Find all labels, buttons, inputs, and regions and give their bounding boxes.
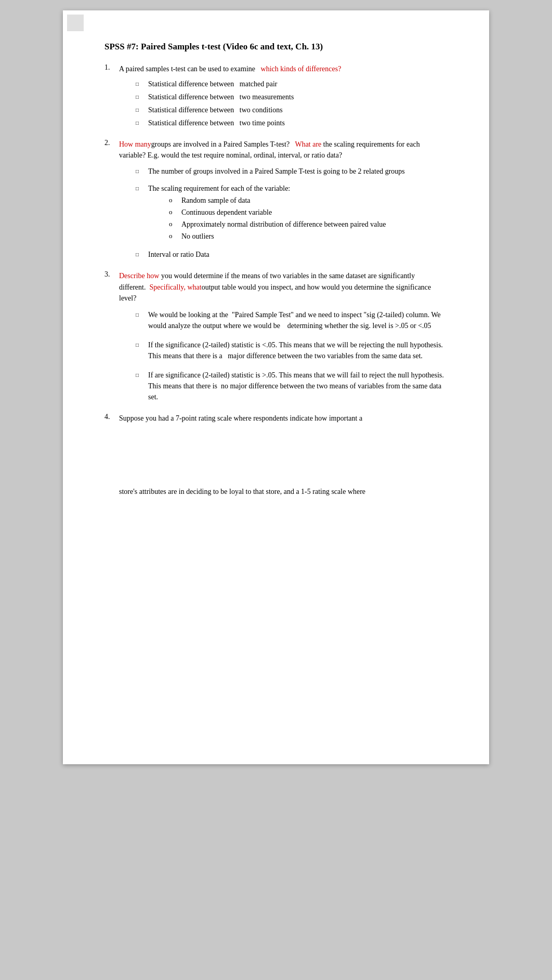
- question-1-header: 1. A paired samples t-test can be used t…: [104, 63, 448, 74]
- q4-continuation: store's attributes are in deciding to be…: [119, 486, 448, 497]
- sub-bullet-icon: o: [169, 231, 179, 241]
- bullet-icon: □: [136, 371, 145, 379]
- q4-text: Suppose you had a 7-point rating scale w…: [119, 413, 448, 424]
- q3-answer-2: □ If the significance (2-tailed) statist…: [136, 339, 448, 361]
- q3-answer-1-text: We would be looking at the "Paired Sampl…: [148, 309, 448, 331]
- q2-highlight-2: What are: [295, 140, 321, 148]
- q2-text: How manygroups are involved in a Paired …: [119, 139, 448, 161]
- q1-text: A paired samples t-test can be used to e…: [119, 63, 448, 74]
- q4-number: 4.: [104, 413, 119, 421]
- q1-bullet-3: □ Statistical difference between two con…: [136, 104, 448, 115]
- q2-answer-2-content: The scaling requirement for each of the …: [148, 183, 448, 243]
- q2-sub-2: o Continuous dependent variable: [169, 207, 448, 218]
- q3-highlight-2: Specifically, what: [149, 283, 201, 291]
- q2-sub-bullets: o Random sample of data o Continuous dep…: [169, 195, 448, 242]
- q4-header: 4. Suppose you had a 7-point rating scal…: [104, 413, 448, 424]
- bullet-icon: □: [136, 80, 145, 88]
- bullet-icon: □: [136, 185, 145, 192]
- question-3-header: 3. Describe how you would determine if t…: [104, 270, 448, 304]
- q1-bullet-2: □ Statistical difference between two mea…: [136, 92, 448, 102]
- sub-bullet-icon: o: [169, 195, 179, 205]
- bullet-icon: □: [136, 311, 145, 319]
- q3-answer-2-text: If the significance (2-tailed) statistic…: [148, 339, 448, 361]
- q2-highlight-1: How many: [119, 140, 151, 148]
- q3-answer-1: □ We would be looking at the "Paired Sam…: [136, 309, 448, 331]
- q3-number: 3.: [104, 270, 119, 279]
- sub-bullet-icon: o: [169, 207, 179, 217]
- q2-answer-2-label: The scaling requirement for each of the …: [148, 183, 448, 194]
- bullet-icon: □: [136, 341, 145, 349]
- q2-answer-1-text: The number of groups involved in a Paire…: [148, 166, 448, 177]
- svg-rect-0: [67, 15, 84, 31]
- q2-answer-1: □ The number of groups involved in a Pai…: [136, 166, 448, 177]
- q3-highlight-1: Describe how: [119, 272, 159, 280]
- q1-bullet-1-text: Statistical difference between matched p…: [148, 79, 278, 89]
- q2-number: 2.: [104, 139, 119, 147]
- q2-sub-1: o Random sample of data: [169, 195, 448, 206]
- q1-bullet-4-text: Statistical difference between two time …: [148, 117, 285, 128]
- q2-sub-4: o No outliers: [169, 231, 448, 242]
- q2-sub-2-text: Continuous dependent variable: [181, 207, 272, 218]
- q1-bullet-3-text: Statistical difference between two condi…: [148, 104, 283, 115]
- bullet-icon: □: [136, 167, 145, 175]
- q3-answer-3: □ If are significance (2-tailed) statist…: [136, 370, 448, 402]
- q2-sub-4-text: No outliers: [181, 231, 214, 242]
- q1-bullet-4: □ Statistical difference between two tim…: [136, 117, 448, 128]
- q1-bullets: □ Statistical difference between matched…: [136, 79, 448, 128]
- bullet-icon: □: [136, 106, 145, 114]
- q3-text: Describe how you would determine if the …: [119, 270, 448, 304]
- logo: [67, 15, 84, 31]
- page-title: SPSS #7: Paired Samples t-test (Video 6c…: [104, 42, 448, 52]
- q3-answer-3-text: If are significance (2-tailed) statistic…: [148, 370, 448, 402]
- question-2-header: 2. How manygroups are involved in a Pair…: [104, 139, 448, 161]
- question-1: 1. A paired samples t-test can be used t…: [104, 63, 448, 128]
- q2-answers: □ The number of groups involved in a Pai…: [136, 166, 448, 260]
- q1-bullet-2-text: Statistical difference between two measu…: [148, 92, 294, 102]
- q1-bullet-1: □ Statistical difference between matched…: [136, 79, 448, 89]
- q2-sub-1-text: Random sample of data: [181, 195, 251, 206]
- bullet-icon: □: [136, 93, 145, 101]
- sub-bullet-icon: o: [169, 219, 179, 229]
- q1-number: 1.: [104, 63, 119, 72]
- question-3: 3. Describe how you would determine if t…: [104, 270, 448, 402]
- q3-answers: □ We would be looking at the "Paired Sam…: [136, 309, 448, 402]
- q2-sub-3: o Approximately normal distribution of d…: [169, 219, 448, 230]
- q2-answer-2: □ The scaling requirement for each of th…: [136, 183, 448, 243]
- page-container: SPSS #7: Paired Samples t-test (Video 6c…: [63, 10, 489, 764]
- q2-answer-3: □ Interval or ratio Data: [136, 249, 448, 260]
- question-2: 2. How manygroups are involved in a Pair…: [104, 139, 448, 260]
- q1-highlight: which kinds of differences?: [261, 65, 341, 73]
- q2-answer-3-text: Interval or ratio Data: [148, 249, 448, 260]
- question-4: 4. Suppose you had a 7-point rating scal…: [104, 413, 448, 497]
- bullet-icon: □: [136, 251, 145, 258]
- bullet-icon: □: [136, 119, 145, 127]
- q2-sub-3-text: Approximately normal distribution of dif…: [181, 219, 386, 230]
